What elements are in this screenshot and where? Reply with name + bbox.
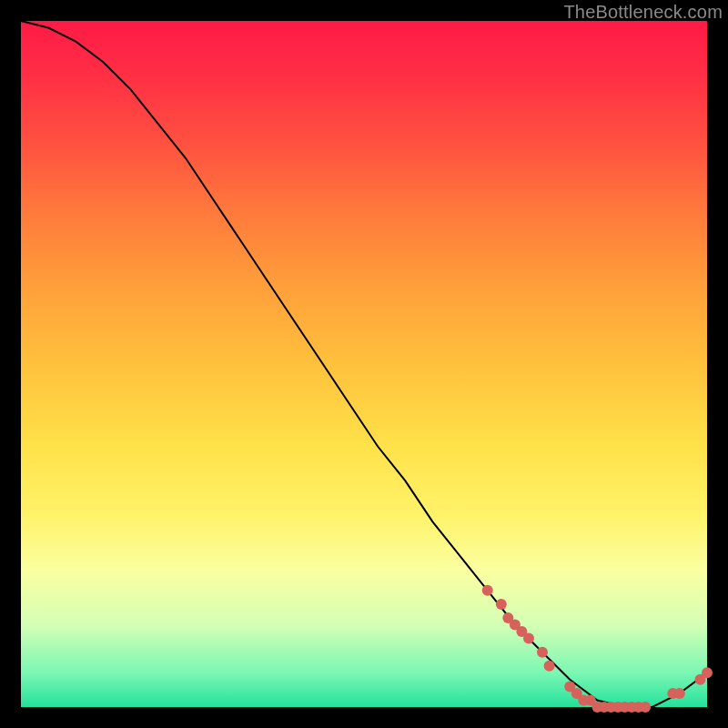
highlight-point: [496, 599, 507, 610]
highlight-point: [482, 585, 493, 596]
chart-container: TheBottleneck.com: [0, 0, 728, 728]
highlight-point: [702, 667, 713, 678]
highlight-point: [544, 661, 555, 672]
chart-plot-area: [21, 21, 707, 707]
highlight-point: [537, 647, 548, 658]
watermark-text: TheBottleneck.com: [563, 2, 723, 23]
bottleneck-curve: [21, 21, 707, 707]
chart-svg: [21, 21, 707, 707]
highlight-point: [523, 633, 534, 644]
highlight-point: [674, 688, 685, 699]
highlight-point: [640, 702, 651, 713]
